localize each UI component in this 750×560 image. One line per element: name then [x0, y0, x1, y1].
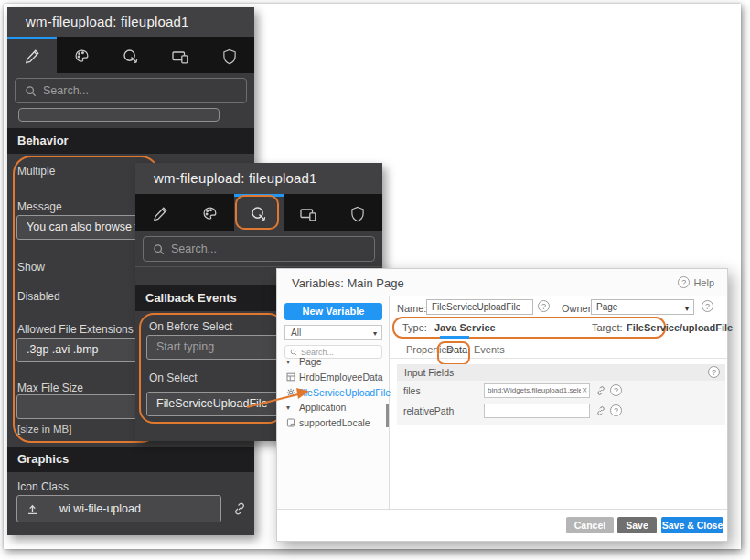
- files-input[interactable]: bind:Widgets.fileupload1.selectedFiles ×: [484, 383, 590, 398]
- tab-properties[interactable]: Properties: [406, 344, 452, 355]
- sidebar-scrollbar[interactable]: [386, 404, 389, 427]
- panel2-search-placeholder: Search...: [171, 242, 217, 255]
- screenshot-stage: wm-fileupload: fileupload1 Search... Beh…: [0, 0, 750, 560]
- relativepath-help-icon[interactable]: ?: [610, 404, 622, 416]
- chevron-down-icon: ▾: [685, 302, 689, 315]
- type-target-annotation: [392, 317, 666, 339]
- events-pointer-icon: [122, 48, 140, 66]
- shield-icon: [221, 48, 238, 65]
- annotation-arrow: [240, 381, 316, 414]
- target-value: FileService/uploadFile: [627, 322, 733, 333]
- tab-security[interactable]: [333, 194, 382, 231]
- tab-styles[interactable]: [185, 194, 234, 231]
- save-and-close-button[interactable]: Save & Close: [661, 517, 723, 533]
- search-icon: [25, 85, 37, 97]
- name-input[interactable]: FileServiceUploadFile: [426, 299, 533, 315]
- bind-link-icon[interactable]: [595, 405, 606, 416]
- document-icon: [286, 418, 297, 427]
- tab-data[interactable]: Data: [446, 344, 467, 355]
- name-help-icon[interactable]: ?: [538, 300, 550, 312]
- icon-class-value: wi wi-file-upload: [48, 498, 141, 521]
- graphics-section-header: Graphics: [7, 447, 254, 472]
- pencil-icon: [152, 205, 169, 222]
- owner-value: Page: [596, 302, 617, 312]
- size-hint: [size in MB]: [17, 424, 71, 435]
- max-file-size-label: Max File Size: [17, 382, 83, 394]
- devices-icon: [171, 48, 189, 66]
- chevron-down-icon: ▾: [373, 327, 377, 340]
- icon-class-input[interactable]: wi wi-file-upload: [16, 495, 221, 522]
- cropped-input[interactable]: [18, 108, 220, 122]
- help-label: Help: [693, 277, 714, 288]
- cancel-button[interactable]: Cancel: [566, 517, 614, 533]
- save-button[interactable]: Save: [617, 517, 657, 533]
- type-value: Java Service: [434, 322, 496, 333]
- input-fields-help-icon[interactable]: ?: [708, 366, 720, 378]
- variables-dialog: Variables: Main Page ? Help New Variable…: [276, 268, 728, 542]
- panel1-search-placeholder: Search...: [43, 84, 89, 97]
- icon-class-label: Icon Class: [17, 480, 69, 493]
- divider: [135, 266, 382, 267]
- tab-events[interactable]: [106, 37, 155, 73]
- variable-filter-select[interactable]: All ▾: [284, 325, 382, 340]
- tab-styles[interactable]: [57, 37, 106, 73]
- allowed-file-extensions-label: Allowed File Extensions: [17, 323, 134, 336]
- tabs-divider: [390, 358, 727, 359]
- events-pointer-icon: [250, 205, 268, 223]
- tab-security[interactable]: [205, 37, 254, 73]
- show-label: Show: [17, 261, 45, 274]
- relativepath-label: relativePath: [403, 405, 454, 416]
- tab-devices[interactable]: [284, 194, 333, 231]
- file-upload-icon: [17, 496, 48, 522]
- panel1-tabbar: [7, 37, 254, 73]
- dialog-title: Variables: Main Page: [292, 276, 404, 290]
- tab-edit[interactable]: [7, 37, 57, 73]
- help-link[interactable]: ? Help: [678, 276, 714, 288]
- multiple-label: Multiple: [17, 165, 55, 178]
- on-select-label: On Select: [149, 372, 198, 384]
- list-item-label: supportedLocale: [299, 417, 370, 428]
- devices-icon: [299, 205, 317, 223]
- target-label: Target:: [592, 322, 623, 333]
- panel1-search-input[interactable]: Search...: [15, 78, 247, 103]
- message-label: Message: [17, 200, 62, 213]
- palette-icon: [73, 48, 91, 65]
- panel2-search-input[interactable]: Search...: [143, 236, 375, 262]
- type-label: Type:: [402, 322, 427, 333]
- owner-help-icon[interactable]: ?: [702, 300, 713, 312]
- on-before-select-label: On Before Select: [149, 320, 232, 333]
- pencil-icon: [24, 48, 41, 65]
- palette-icon: [201, 205, 219, 222]
- tab-edit[interactable]: [135, 194, 185, 231]
- panel1-title: wm-fileupload: fileupload1: [7, 7, 254, 37]
- tab-events[interactable]: [234, 194, 284, 231]
- filter-value: All: [291, 328, 301, 338]
- group-label: Page: [299, 356, 322, 367]
- files-value: bind:Widgets.fileupload1.selectedFiles: [488, 384, 581, 397]
- panel2-tabbar: [135, 194, 382, 231]
- input-fields-header: Input Fields ?: [397, 364, 725, 381]
- dialog-footer: Cancel Save Save & Close: [277, 509, 727, 541]
- bind-link-icon[interactable]: [595, 385, 606, 396]
- shield-icon: [349, 205, 366, 222]
- selected-tab-indicator: [440, 336, 469, 339]
- panel2-title: wm-fileupload: fileupload1: [135, 163, 382, 194]
- search-icon: [153, 243, 165, 255]
- files-label: files: [403, 385, 421, 396]
- bind-link-icon[interactable]: [232, 501, 247, 516]
- variable-item-supportedlocale[interactable]: supportedLocale: [277, 415, 389, 430]
- dialog-header: Variables: Main Page ? Help: [277, 269, 727, 296]
- clear-icon[interactable]: ×: [582, 384, 587, 397]
- help-icon: ?: [678, 276, 690, 288]
- tab-events[interactable]: Events: [474, 344, 505, 355]
- owner-select[interactable]: Page ▾: [591, 299, 694, 315]
- disabled-label: Disabled: [17, 290, 60, 303]
- variable-group-page[interactable]: ▾ Page: [277, 354, 389, 369]
- behavior-section-header: Behavior: [7, 128, 254, 154]
- new-variable-button[interactable]: New Variable: [284, 303, 382, 320]
- files-help-icon[interactable]: ?: [610, 384, 622, 396]
- relativepath-input[interactable]: [484, 404, 590, 418]
- chevron-down-icon: ▾: [286, 358, 297, 366]
- tab-devices[interactable]: [155, 37, 205, 73]
